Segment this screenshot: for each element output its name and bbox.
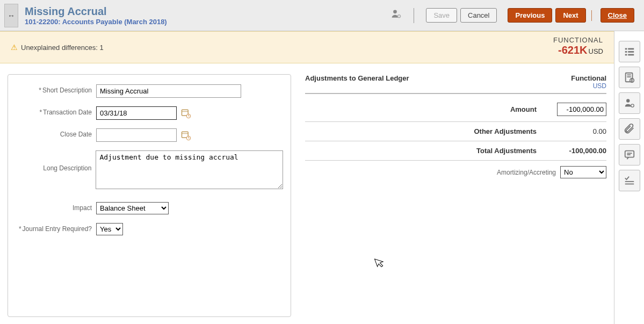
long-description-textarea[interactable] bbox=[96, 150, 283, 189]
functional-amount: -621K bbox=[558, 44, 587, 56]
warning-text: Unexplained differences: 1 bbox=[21, 44, 104, 52]
titles: Missing Accrual 101-22200: Accounts Paya… bbox=[25, 5, 167, 26]
other-adjustments-value: 0.00 bbox=[547, 127, 606, 135]
close-date-picker-button[interactable] bbox=[180, 129, 192, 141]
svg-point-0 bbox=[394, 10, 397, 14]
form-panel: *Short Description *Transaction Date Clo… bbox=[8, 74, 291, 317]
short-description-input[interactable] bbox=[96, 84, 241, 98]
svg-text:i: i bbox=[631, 78, 632, 82]
adjustments-panel: Adjustments to General Ledger Functional… bbox=[291, 74, 606, 317]
page-subtitle: 101-22200: Accounts Payable (March 2018) bbox=[25, 18, 167, 26]
user-settings-icon[interactable] bbox=[391, 9, 402, 22]
rail-document-info-icon[interactable]: i bbox=[619, 67, 640, 88]
page-header: ↔ Missing Accrual 101-22200: Accounts Pa… bbox=[0, 0, 644, 31]
next-button[interactable]: Next bbox=[555, 8, 585, 23]
journal-entry-required-select[interactable]: Yes bbox=[96, 223, 123, 235]
other-adjustments-label: Other Adjustments bbox=[305, 127, 547, 135]
close-date-label: Close Date bbox=[16, 128, 96, 138]
adjustments-title: Adjustments to General Ledger bbox=[305, 74, 409, 82]
rail-checklist-icon[interactable] bbox=[619, 170, 640, 191]
divider bbox=[414, 8, 414, 23]
page-title: Missing Accrual bbox=[25, 5, 167, 18]
adjustments-header: Adjustments to General Ledger Functional… bbox=[305, 74, 606, 94]
transaction-date-picker-button[interactable] bbox=[180, 107, 192, 119]
svg-rect-11 bbox=[628, 51, 634, 53]
rail-list-icon[interactable] bbox=[619, 41, 640, 62]
rail-user-gear-icon[interactable] bbox=[619, 92, 640, 114]
cancel-button[interactable]: Cancel bbox=[460, 8, 497, 23]
journal-entry-required-label: *Journal Entry Required? bbox=[16, 223, 96, 233]
collapse-handle[interactable]: ↔ bbox=[4, 4, 18, 27]
right-rail: i bbox=[614, 31, 644, 324]
short-description-label: *Short Description bbox=[16, 84, 96, 94]
transaction-date-label: *Transaction Date bbox=[16, 106, 96, 116]
close-button[interactable]: Close bbox=[600, 8, 634, 23]
svg-rect-8 bbox=[625, 48, 627, 50]
warning-bar: ⚠ Unexplained differences: 1 FUNCTIONAL … bbox=[0, 31, 614, 63]
transaction-date-input[interactable] bbox=[96, 106, 177, 120]
functional-label: FUNCTIONAL bbox=[553, 36, 603, 44]
impact-select[interactable]: Balance Sheet bbox=[96, 202, 169, 214]
rail-attachment-icon[interactable] bbox=[619, 118, 640, 140]
svg-point-20 bbox=[631, 104, 634, 107]
long-description-label: Long Description bbox=[16, 150, 96, 172]
rail-comment-icon[interactable] bbox=[619, 144, 640, 165]
functional-summary: FUNCTIONAL -621KUSD bbox=[553, 36, 603, 56]
amortizing-label: Amortizing/Accreting bbox=[497, 169, 556, 176]
content: *Short Description *Transaction Date Clo… bbox=[0, 63, 614, 324]
adjustments-functional-label: Functional bbox=[571, 74, 606, 82]
impact-label: Impact bbox=[16, 202, 96, 212]
svg-rect-12 bbox=[625, 54, 627, 56]
svg-rect-10 bbox=[625, 51, 627, 53]
divider bbox=[591, 10, 592, 21]
warning-icon: ⚠ bbox=[11, 43, 18, 52]
amount-label: Amount bbox=[305, 105, 547, 113]
adjustments-currency: USD bbox=[571, 82, 606, 90]
svg-rect-13 bbox=[628, 54, 634, 56]
previous-button[interactable]: Previous bbox=[508, 8, 552, 23]
total-adjustments-value: -100,000.00 bbox=[547, 147, 606, 155]
amount-input[interactable] bbox=[557, 103, 606, 116]
save-button[interactable]: Save bbox=[426, 8, 457, 23]
total-adjustments-label: Total Adjustments bbox=[305, 147, 547, 155]
amortizing-select[interactable]: No bbox=[560, 166, 606, 178]
svg-rect-9 bbox=[628, 48, 634, 50]
functional-currency: USD bbox=[589, 47, 603, 55]
svg-point-19 bbox=[626, 99, 629, 102]
collapse-icon: ↔ bbox=[8, 11, 15, 20]
svg-rect-21 bbox=[625, 151, 634, 157]
close-date-input[interactable] bbox=[96, 128, 177, 142]
